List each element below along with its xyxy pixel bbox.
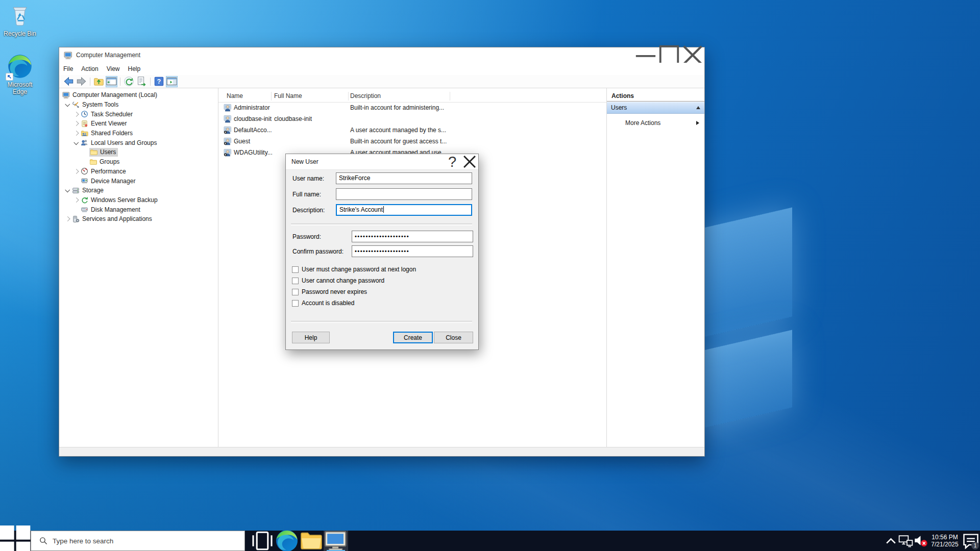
tree-item-services-and-applications[interactable]: Services and Applications <box>59 214 218 224</box>
tree-item-disk-management[interactable]: Disk Management <box>59 205 218 214</box>
checkbox-unchecked[interactable] <box>292 289 299 295</box>
desktop-icon-recycle-bin[interactable]: Recycle Bin <box>0 4 40 37</box>
taskbar-edge-button[interactable] <box>275 531 299 551</box>
checkbox-unchecked[interactable] <box>292 266 299 273</box>
dialog-close-button[interactable] <box>461 154 478 169</box>
start-button[interactable] <box>0 531 31 551</box>
tree-chevron-slot[interactable] <box>73 138 81 147</box>
minimize-button[interactable] <box>634 47 657 63</box>
tree-chevron-slot[interactable] <box>64 100 72 110</box>
toolbar-up-icon[interactable] <box>93 76 105 87</box>
tree-item-groups[interactable]: Groups <box>59 157 218 167</box>
tree-item-computer-management-local-[interactable]: Computer Management (Local) <box>59 90 218 100</box>
more-actions-item[interactable]: More Actions <box>607 118 704 128</box>
tree-item-system-tools[interactable]: System Tools <box>59 100 218 110</box>
list-row-cloudbase-init[interactable]: cloudbase-initcloudbase-init <box>218 113 606 124</box>
tree-chevron-slot[interactable] <box>73 167 81 177</box>
toolbar-export-list-icon[interactable] <box>136 76 148 87</box>
chevron-down-icon[interactable] <box>65 102 70 106</box>
column-header-name[interactable]: Name <box>227 90 243 102</box>
tree-item-device-manager[interactable]: Device Manager <box>59 176 218 186</box>
list-row-defaultacco-[interactable]: DefaultAcco...A user account managed by … <box>218 124 606 136</box>
menu-item-action[interactable]: Action <box>77 63 102 75</box>
chevron-right-icon[interactable] <box>74 121 79 126</box>
title-bar[interactable]: Computer Management <box>59 47 704 63</box>
toolbar-action-pane-icon[interactable] <box>166 76 178 87</box>
tree-chevron-slot[interactable] <box>64 186 72 195</box>
close-button[interactable] <box>681 47 704 63</box>
toolbar: ? <box>59 75 704 88</box>
chevron-down-icon[interactable] <box>74 140 79 144</box>
services-icon <box>72 215 80 223</box>
checkbox-unchecked[interactable] <box>292 278 299 284</box>
field-input-password-[interactable]: •••••••••••••••••••• <box>352 231 473 242</box>
toolbar-help-icon[interactable]: ? <box>153 76 165 87</box>
chevron-right-icon[interactable] <box>74 197 79 202</box>
column-divider[interactable] <box>348 92 349 101</box>
column-header-full-name[interactable]: Full Name <box>274 90 302 102</box>
show-hidden-icons-button[interactable] <box>884 531 898 551</box>
taskbar-file-explorer-button[interactable] <box>299 531 324 551</box>
tree-chevron-slot[interactable] <box>73 109 81 119</box>
chevron-right-icon[interactable] <box>74 112 79 116</box>
tree-item-local-users-and-groups[interactable]: Local Users and Groups <box>59 138 218 147</box>
tree-item-event-viewer[interactable]: Event Viewer <box>59 119 218 129</box>
tree-chevron-slot[interactable] <box>64 214 72 224</box>
field-input-full-name-[interactable] <box>336 188 472 200</box>
chevron-right-icon[interactable] <box>74 131 79 135</box>
list-row-guest[interactable]: GuestBuilt-in account for guest access t… <box>218 136 606 147</box>
field-input-confirm-password-[interactable]: •••••••••••••••••••• <box>352 245 473 257</box>
list-row-administrator[interactable]: AdministratorBuilt-in account for admini… <box>218 102 606 113</box>
column-divider[interactable] <box>271 92 272 101</box>
toolbar-back-icon[interactable] <box>63 76 75 87</box>
column-divider[interactable] <box>450 92 450 101</box>
toolbar-refresh-icon[interactable] <box>123 76 135 87</box>
help-button[interactable]: Help <box>292 332 330 343</box>
dialog-title-bar[interactable]: New User ? <box>286 154 478 170</box>
cell-name: DefaultAcco... <box>234 127 272 134</box>
tree-item-performance[interactable]: Performance <box>59 167 218 177</box>
tree-item-task-scheduler[interactable]: Task Scheduler <box>59 109 218 119</box>
action-center-button[interactable]: 1 <box>962 531 980 551</box>
checkbox-unchecked[interactable] <box>292 300 299 307</box>
recycle-bin-icon <box>9 4 31 29</box>
user-icon <box>224 115 232 123</box>
taskbar-task-view-button[interactable] <box>250 531 275 551</box>
cell-name: WDAGUtility... <box>234 149 273 156</box>
column-header-description[interactable]: Description <box>350 90 381 102</box>
chevron-right-icon[interactable] <box>65 217 70 221</box>
tree-chevron-slot[interactable] <box>73 119 81 129</box>
network-button[interactable] <box>898 531 913 551</box>
tree-item-shared-folders[interactable]: Shared Folders <box>59 129 218 138</box>
collapse-section-icon[interactable] <box>696 106 700 109</box>
menu-bar: FileActionViewHelp <box>59 63 704 75</box>
desktop-icon-microsoft-edge[interactable]: Microsoft Edge <box>0 53 40 95</box>
menu-item-file[interactable]: File <box>59 63 77 75</box>
taskbar-search-input[interactable]: Type here to search <box>31 531 245 551</box>
folder-icon <box>89 158 97 166</box>
chevron-down-icon[interactable] <box>65 187 70 192</box>
close-button-dialog[interactable]: Close <box>434 332 473 343</box>
create-button[interactable]: Create <box>393 332 433 343</box>
tree-chevron-slot[interactable] <box>73 129 81 138</box>
field-input-user-name-[interactable]: StrikeForce <box>336 172 472 184</box>
tree-chevron-slot <box>73 176 81 186</box>
menu-item-help[interactable]: Help <box>124 63 145 75</box>
field-input-description-[interactable]: Strike's Account <box>336 204 472 216</box>
tree-chevron-slot[interactable] <box>73 195 81 205</box>
chevron-right-icon[interactable] <box>74 169 79 173</box>
actions-section-users[interactable]: Users <box>607 102 704 114</box>
maximize-button[interactable] <box>657 47 681 63</box>
menu-item-view[interactable]: View <box>103 63 124 75</box>
taskbar: Type here to search 10:56 PM 7/21/2025 1 <box>0 531 980 551</box>
toolbar-console-tree-icon[interactable] <box>106 76 117 87</box>
dialog-help-button[interactable]: ? <box>444 154 461 169</box>
tree-item-windows-server-backup[interactable]: Windows Server Backup <box>59 195 218 205</box>
toolbar-forward-icon[interactable] <box>76 76 87 87</box>
taskbar-computer-management-button[interactable] <box>324 531 348 551</box>
tree-item-users[interactable]: Users <box>59 147 218 157</box>
tree-item-storage[interactable]: Storage <box>59 186 218 195</box>
taskbar-clock[interactable]: 10:56 PM 7/21/2025 <box>928 534 962 548</box>
list-header: NameFull NameDescription <box>218 90 606 103</box>
volume-button[interactable] <box>913 531 928 551</box>
